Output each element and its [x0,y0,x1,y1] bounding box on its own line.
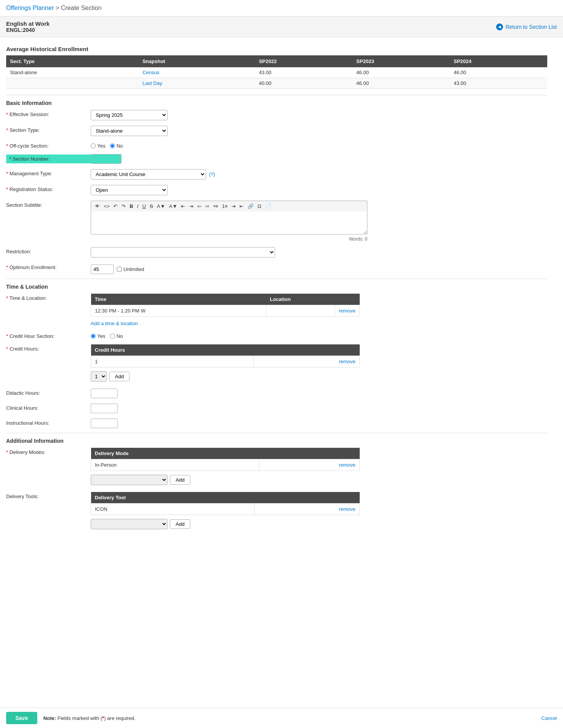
optimum-enrollment-input[interactable] [91,264,114,274]
time-location-heading: Time & Location [6,284,547,290]
toolbar-font-color-btn[interactable]: A▼ [155,203,167,210]
management-type-row: Management Type: Academic Unit Course De… [6,168,547,180]
section-number-input[interactable] [91,154,121,164]
delivery-tools-table: Delivery Tool ICON remove [91,492,360,515]
instructional-hours-row: Instructional Hours: [6,418,547,429]
return-to-section-list-link[interactable]: ◀ Return to Section List [496,23,557,30]
toolbar-align-justify-btn[interactable]: ⇨ [204,203,211,210]
credit-hours-add-btn[interactable]: Add [109,372,130,381]
toolbar-special-btn[interactable]: 📄 [264,203,273,210]
credit-hours-row: Credit Hours: Credit Hours 1 remove 1 2 … [6,344,547,384]
time-location-content: Time Location 12:30 PM - 1:20 PM W remov… [91,294,360,326]
enrollment-table: Sect. Type Snapshot SP2022 SP2023 SP2024… [6,55,547,89]
enrollment-col-sp2023: SP2023 [352,55,450,67]
credit-hours-content: Credit Hours 1 remove 1 2 3 4 5 Add [91,344,360,383]
section-type-select[interactable]: Stand-alone Component Combined [91,126,168,136]
basic-info-heading: Basic Information [6,100,547,106]
instructional-hours-input[interactable] [91,419,118,428]
toolbar-omega-btn[interactable]: Ω [256,203,263,210]
registration-status-select[interactable]: Open Closed Pending [91,185,168,195]
delivery-mode-remove-cell: remove [259,459,360,471]
management-type-field: Academic Unit Course Departmental Other … [91,169,215,180]
unlimited-label[interactable]: Unlimited [117,266,144,272]
effective-session-label: Effective Session: [6,110,91,117]
toolbar-list-ul-btn[interactable]: •≡ [212,203,219,210]
restriction-select[interactable] [91,247,275,258]
credit-hour-section-radio-group: Yes No [91,332,123,339]
time-location-remove-link[interactable]: remove [339,308,355,314]
breadcrumb-app-link[interactable]: Offerings Planner [6,5,54,11]
registration-status-label: Registration Status: [6,185,91,192]
location-col-header: Location [266,294,335,305]
effective-session-select[interactable]: Spring 2025 Fall 2025 Summer 2025 [91,110,168,120]
delivery-tools-add-select[interactable]: ICON Canvas Other [91,519,168,529]
clinical-hours-row: Clinical Hours: [6,403,547,414]
toolbar-link-btn[interactable]: 🔗 [246,203,255,210]
effective-session-row: Effective Session: Spring 2025 Fall 2025… [6,109,547,121]
additional-info-heading: Additional Information [6,438,547,444]
clinical-hours-input[interactable] [91,404,118,413]
credit-hours-add-select[interactable]: 1 2 3 4 5 [91,371,107,382]
toolbar-italic-btn[interactable]: I [136,203,140,210]
section-type-row: Section Type: Stand-alone Component Comb… [6,125,547,137]
management-type-select[interactable]: Academic Unit Course Departmental Other [91,169,206,180]
section-subtitle-editor: 👁 <> ↶ ↷ B I U S A▼ A▼ ⇤ ⇥ ⇦ ⇨ •≡ 1≡ ⇥ ⇤… [91,201,367,242]
didactic-hours-input[interactable] [91,389,118,398]
divider-1 [6,95,547,95]
enrollment-cell-sp2023: 46.00 [352,78,450,89]
toolbar-indent-btn[interactable]: ⇥ [230,203,237,210]
credit-hours-add-row: 1 2 3 4 5 Add [91,370,360,383]
delivery-tools-row: Delivery Tools: Delivery Tool ICON remov… [6,491,547,532]
toolbar-highlight-btn[interactable]: A▼ [168,203,179,210]
add-time-location-link[interactable]: Add a time & location [91,321,138,326]
delivery-tools-add-row: ICON Canvas Other Add [91,517,360,531]
toolbar-redo-btn[interactable]: ↷ [120,203,127,210]
toolbar-underline-btn[interactable]: U [141,203,147,210]
toolbar-code-btn[interactable]: <> [102,203,111,210]
credit-hour-no-radio[interactable] [110,334,115,339]
time-location-row: Time & Location: Time Location 12:30 PM … [6,293,547,327]
section-type-field[interactable]: Stand-alone Component Combined [91,126,168,136]
unlimited-checkbox[interactable] [117,267,122,272]
delivery-modes-row: Delivery Modes: Delivery Mode In-Person … [6,447,547,487]
off-cycle-yes-radio[interactable] [91,143,96,148]
delivery-mode-remove-col [259,448,360,459]
delivery-tool-remove-link[interactable]: remove [339,506,355,512]
time-location-table: Time Location 12:30 PM - 1:20 PM W remov… [91,294,360,317]
credit-hour-yes-radio[interactable] [91,334,96,339]
toolbar-undo-btn[interactable]: ↶ [112,203,119,210]
credit-hour-section-label: Credit Hour Section: [6,332,91,339]
credit-hour-no-label[interactable]: No [110,333,123,339]
delivery-modes-label: Delivery Modes: [6,448,91,455]
toolbar-list-ol-btn[interactable]: 1≡ [221,203,229,210]
toolbar-strikethrough-btn[interactable]: S [148,203,155,210]
toolbar-align-center-btn[interactable]: ⇥ [188,203,195,210]
toolbar-outdent-btn[interactable]: ⇤ [238,203,245,210]
credit-hour-section-row: Credit Hour Section: Yes No [6,331,547,340]
toolbar-align-right-btn[interactable]: ⇦ [196,203,203,210]
management-type-help[interactable]: (?) [209,171,215,177]
off-cycle-no-label[interactable]: No [110,143,123,149]
delivery-tools-label: Delivery Tools: [6,492,91,499]
enrollment-cell-sp2022: 40.00 [255,78,352,89]
off-cycle-radio-group: Yes No [91,141,123,149]
credit-hours-remove-link[interactable]: remove [339,359,355,364]
credit-hour-yes-label[interactable]: Yes [91,333,105,339]
words-count: Words: 0 [91,236,367,242]
delivery-modes-add-btn[interactable]: Add [170,475,190,485]
delivery-tools-add-btn[interactable]: Add [170,519,190,529]
toolbar-bold-btn[interactable]: B [128,203,135,210]
course-info-bar: English at Work ENGL:2040 ◀ Return to Se… [0,16,563,37]
effective-session-field[interactable]: Spring 2025 Fall 2025 Summer 2025 [91,110,168,120]
section-subtitle-textarea[interactable] [91,211,367,234]
section-number-row: * Section Number: [6,153,547,165]
toolbar-eye-btn[interactable]: 👁 [93,203,101,210]
toolbar-align-left-btn[interactable]: ⇤ [179,203,187,210]
delivery-mode-remove-link[interactable]: remove [339,462,355,468]
section-type-label: Section Type: [6,126,91,133]
off-cycle-no-radio[interactable] [110,143,115,148]
return-icon: ◀ [496,23,503,30]
delivery-modes-add-select[interactable]: In-Person Online Hybrid [91,475,168,485]
registration-status-row: Registration Status: Open Closed Pending [6,184,547,196]
off-cycle-yes-label[interactable]: Yes [91,143,105,149]
